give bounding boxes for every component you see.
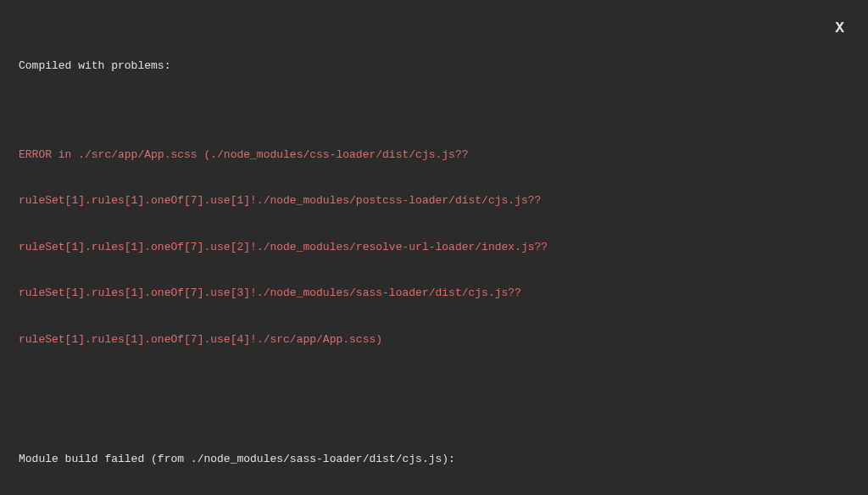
error-path-line: ruleSet[1].rules[1].oneOf[7].use[1]!./no… xyxy=(19,193,849,209)
error-body-block: Module build failed (from ./node_modules… xyxy=(19,421,849,495)
error-overlay: X Compiled with problems: ERROR in ./src… xyxy=(0,0,868,495)
error-path-line: ERROR in ./src/app/App.scss (./node_modu… xyxy=(19,147,849,163)
error-path-line: ruleSet[1].rules[1].oneOf[7].use[4]!./sr… xyxy=(19,332,849,348)
close-button[interactable]: X xyxy=(835,20,844,36)
heading: Compiled with problems: xyxy=(19,58,849,74)
error-path-line: ruleSet[1].rules[1].oneOf[7].use[2]!./no… xyxy=(19,240,849,255)
error-path-block: ERROR in ./src/app/App.scss (./node_modu… xyxy=(19,116,849,378)
error-body-line: Module build failed (from ./node_modules… xyxy=(19,452,849,467)
error-path-line: ruleSet[1].rules[1].oneOf[7].use[3]!./no… xyxy=(19,286,849,301)
